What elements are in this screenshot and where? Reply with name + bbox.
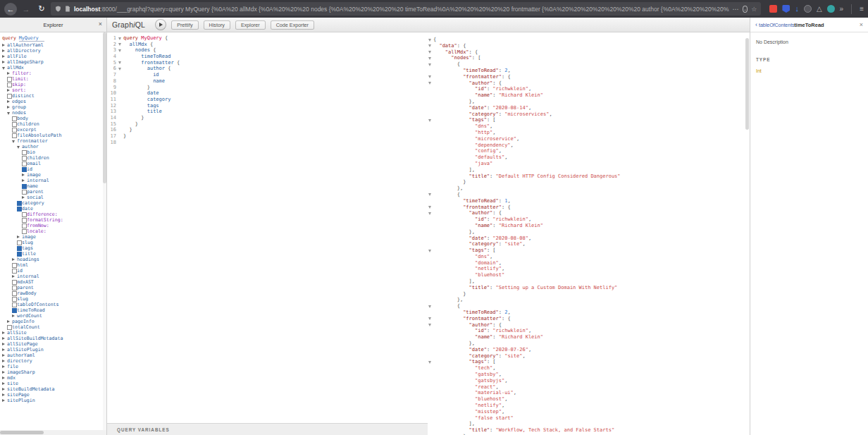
explorer-tree-item[interactable]: id — [0, 268, 106, 274]
fold-arrow-icon[interactable] — [428, 192, 433, 198]
checkbox-icon[interactable] — [7, 76, 12, 82]
tree-arrow-icon[interactable] — [7, 87, 12, 93]
tree-arrow-icon[interactable] — [7, 104, 12, 110]
tree-arrow-icon[interactable] — [12, 257, 17, 262]
url-text[interactable]: localhost:8000/___graphql?query=query My… — [74, 6, 729, 13]
fold-arrow-icon[interactable] — [428, 210, 433, 216]
result-vertical-scrollbar[interactable] — [745, 38, 749, 130]
fold-arrow-icon[interactable] — [428, 359, 433, 365]
history-button[interactable]: History — [204, 20, 230, 30]
tree-arrow-icon[interactable] — [7, 71, 12, 76]
explorer-tree-item[interactable]: parent — [0, 189, 106, 195]
explorer-tree-item[interactable]: authorYaml — [0, 353, 106, 358]
checkbox-icon[interactable] — [22, 149, 27, 155]
explorer-tree-item[interactable]: internal — [0, 274, 106, 279]
explorer-tree-item[interactable]: file — [0, 364, 106, 369]
explorer-vertical-scrollbar[interactable] — [103, 32, 106, 430]
explorer-tree-item[interactable]: image — [0, 234, 106, 240]
explorer-tree-item[interactable]: slug — [0, 240, 106, 245]
explorer-tree-item[interactable]: allSite — [0, 330, 106, 336]
fold-arrow-icon[interactable] — [428, 303, 433, 310]
checkbox-icon[interactable] — [12, 127, 17, 133]
checkbox-icon[interactable] — [7, 324, 12, 330]
explorer-tree-item[interactable]: excerpt — [0, 127, 106, 133]
menu-hamburger-icon[interactable]: ≡ — [860, 5, 864, 13]
fold-arrow-icon[interactable] — [428, 43, 433, 49]
fold-arrow-icon[interactable] — [428, 74, 433, 80]
fold-arrow-icon[interactable] — [118, 47, 123, 54]
prettify-button[interactable]: Prettify — [171, 20, 198, 30]
explorer-tree-item[interactable]: skip: — [0, 82, 106, 87]
explorer-tree-item[interactable]: directory — [0, 358, 106, 364]
tree-arrow-icon[interactable] — [2, 369, 7, 375]
fold-arrow-icon[interactable] — [428, 37, 433, 43]
checkbox-icon[interactable] — [12, 290, 17, 296]
extension-icon-triangle[interactable]: △ — [817, 5, 822, 13]
explorer-tree-item[interactable]: children — [0, 155, 106, 161]
explorer-tree-item[interactable]: title — [0, 251, 106, 257]
tree-arrow-icon[interactable] — [22, 178, 27, 183]
checkbox-icon[interactable] — [17, 251, 22, 257]
explorer-tree-item[interactable]: wordCount — [0, 313, 106, 319]
doc-close-icon[interactable]: × — [860, 21, 863, 28]
bookmark-star-icon[interactable]: ☆ — [751, 6, 757, 13]
extension-icon-dark-circle[interactable] — [804, 5, 812, 13]
explorer-tree-item[interactable]: category — [0, 200, 106, 206]
tree-arrow-icon[interactable] — [7, 110, 12, 116]
explorer-tree-item[interactable]: headings — [0, 257, 106, 262]
explorer-tree-item[interactable]: mdx — [0, 375, 106, 381]
tree-arrow-icon[interactable] — [2, 381, 7, 386]
fold-arrow-icon[interactable] — [428, 61, 433, 68]
explorer-tree-item[interactable]: frontmatter — [0, 138, 106, 144]
checkbox-icon[interactable] — [12, 302, 17, 307]
shield-icon[interactable] — [55, 6, 61, 12]
page-actions-icon[interactable]: ⋯ — [733, 6, 739, 13]
tree-arrow-icon[interactable] — [22, 195, 27, 200]
explorer-tree-item[interactable]: mdxAST — [0, 279, 106, 285]
fold-arrow-icon[interactable] — [118, 42, 123, 48]
fold-arrow-icon[interactable] — [428, 117, 433, 123]
explorer-tree-item[interactable]: difference: — [0, 212, 106, 217]
explorer-tree-item[interactable]: locale: — [0, 228, 106, 234]
explorer-tree-item[interactable]: image — [0, 172, 106, 178]
explorer-tree-item[interactable]: nodes — [0, 110, 106, 116]
checkbox-icon[interactable] — [22, 212, 27, 217]
explorer-tree-item[interactable]: allSiteBuildMetadata — [0, 336, 106, 341]
explorer-tree-item[interactable]: group — [0, 104, 106, 110]
explorer-tree-item[interactable]: social — [0, 195, 106, 200]
fold-arrow-icon[interactable] — [428, 204, 433, 211]
explorer-tree-item[interactable]: timeToRead — [0, 307, 106, 313]
fold-arrow-icon[interactable] — [118, 66, 123, 72]
tree-arrow-icon[interactable] — [2, 336, 7, 341]
explorer-tree-item[interactable]: totalCount — [0, 324, 106, 330]
explorer-tree-item[interactable]: tags — [0, 245, 106, 251]
fold-arrow-icon[interactable] — [118, 60, 123, 66]
fold-arrow-icon[interactable] — [428, 322, 433, 329]
tree-arrow-icon[interactable] — [2, 59, 7, 65]
explorer-tree-item[interactable]: author — [0, 144, 106, 149]
explorer-tree-item[interactable]: internal — [0, 178, 106, 183]
checkbox-icon[interactable] — [22, 166, 27, 172]
downloads-icon[interactable]: ↓ — [795, 5, 799, 13]
checkbox-icon[interactable] — [12, 296, 17, 302]
tree-arrow-icon[interactable] — [2, 398, 7, 403]
explorer-tree-item[interactable]: filter: — [0, 71, 106, 76]
explorer-tree-item[interactable]: limit: — [0, 76, 106, 82]
explorer-tree-item[interactable]: allAuthorYaml — [0, 42, 106, 48]
extension-icon-red[interactable] — [769, 5, 777, 13]
explorer-tree-item[interactable]: allDirectory — [0, 48, 106, 54]
checkbox-icon[interactable] — [22, 228, 27, 234]
explorer-close-icon[interactable]: × — [99, 20, 102, 27]
checkbox-icon[interactable] — [12, 116, 17, 121]
checkbox-icon[interactable] — [22, 183, 27, 189]
tree-arrow-icon[interactable] — [2, 330, 7, 336]
fold-arrow-icon[interactable] — [428, 316, 433, 322]
forward-icon[interactable]: → — [20, 3, 32, 16]
explorer-tree-item[interactable]: allFile — [0, 54, 106, 59]
explorer-tree-item[interactable]: fromNow: — [0, 223, 106, 228]
explorer-tree-item[interactable]: sitePage — [0, 392, 106, 398]
code-exporter-button[interactable]: Code Exporter — [271, 20, 314, 30]
query-name-input[interactable]: MyQuery — [19, 35, 44, 42]
tree-arrow-icon[interactable] — [2, 358, 7, 364]
checkbox-icon[interactable] — [22, 189, 27, 195]
